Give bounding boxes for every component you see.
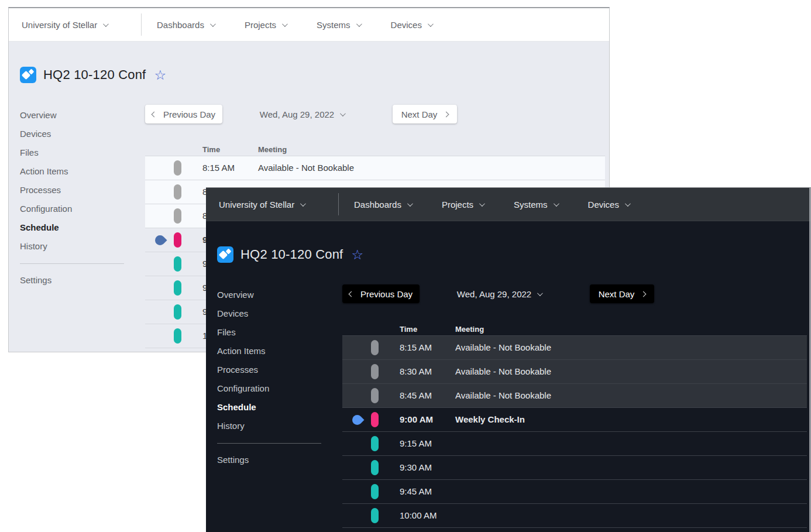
nav-menu-item-label: Dashboards xyxy=(157,20,204,30)
sidebar-item[interactable]: Devices xyxy=(20,125,132,143)
sidebar-item[interactable]: Schedule xyxy=(20,218,132,237)
org-menu[interactable]: University of Stellar xyxy=(9,20,141,30)
schedule-row[interactable]: 10:00 AM xyxy=(342,504,807,528)
room-app-icon xyxy=(20,67,36,83)
chevron-down-icon xyxy=(103,21,109,27)
schedule-row[interactable]: 9:15 AM xyxy=(342,432,807,456)
nav-menu-item[interactable]: Systems xyxy=(317,20,360,30)
nav-menu-item-label: Dashboards xyxy=(354,200,401,210)
date-dropdown[interactable]: Wed, Aug 29, 2022 xyxy=(455,289,543,299)
org-menu[interactable]: University of Stellar xyxy=(206,200,338,210)
window-dark: University of Stellar Dashboards Project… xyxy=(206,187,811,532)
availability-pill-icon xyxy=(174,232,181,248)
sidebar-item[interactable]: Overview xyxy=(217,286,329,304)
sidebar-item[interactable]: Processes xyxy=(217,361,329,379)
row-time: 8:15 AM xyxy=(202,156,235,180)
row-time: 8:45 AM xyxy=(400,384,432,407)
availability-pill-icon xyxy=(371,412,379,427)
schedule-row[interactable]: 8:45 AM Available - Not Bookable xyxy=(342,384,807,408)
sidebar-item[interactable]: Action Items xyxy=(20,162,132,181)
nav-menu-list: Dashboards Projects Systems Devices xyxy=(354,200,659,210)
schedule-table-header: Time Meeting xyxy=(342,325,807,335)
nav-menu-item[interactable]: Devices xyxy=(588,200,629,210)
column-header-time: Time xyxy=(400,325,417,334)
column-header-meeting: Meeting xyxy=(455,325,484,334)
favorite-star-icon[interactable]: ☆ xyxy=(154,68,166,82)
availability-pill-icon xyxy=(174,160,181,176)
sidebar-item[interactable]: Schedule xyxy=(217,398,329,417)
schedule-row[interactable]: 9:45 AM xyxy=(342,480,807,504)
availability-pill-icon xyxy=(174,208,181,224)
chevron-right-icon xyxy=(641,291,647,297)
sidebar-item[interactable]: Processes xyxy=(20,181,132,200)
nav-menu-item-label: Devices xyxy=(391,20,422,30)
sidebar-item[interactable]: Files xyxy=(217,323,329,342)
nav-menu-item[interactable]: Dashboards xyxy=(354,200,411,210)
nav-menu-list: Dashboards Projects Systems Devices xyxy=(157,20,462,30)
schedule-row[interactable]: 8:15 AM Available - Not Bookable xyxy=(342,336,807,360)
sidebar-item[interactable]: Settings xyxy=(217,451,329,469)
chevron-down-icon xyxy=(537,290,543,296)
nav-menu-item-label: Projects xyxy=(245,20,276,30)
schedule-row[interactable]: 9:30 AM xyxy=(342,456,807,480)
next-day-button[interactable]: Next Day xyxy=(393,105,457,123)
sidebar-footer-list: Settings xyxy=(217,451,329,469)
row-meeting: Available - Not Bookable xyxy=(258,156,354,180)
chevron-left-icon xyxy=(151,111,157,117)
current-meeting-indicator-icon xyxy=(350,413,364,427)
chevron-left-icon xyxy=(348,291,354,297)
availability-pill-icon xyxy=(174,184,181,200)
schedule-table-header: Time Meeting xyxy=(145,145,605,156)
schedule-row[interactable]: 8:30 AM Available - Not Bookable xyxy=(342,360,807,384)
chevron-down-icon xyxy=(479,201,485,207)
sidebar-item[interactable]: Action Items xyxy=(217,342,329,361)
sidebar-item[interactable]: History xyxy=(20,237,132,256)
sidebar-item[interactable]: Configuration xyxy=(217,379,329,398)
room-app-icon xyxy=(217,246,233,263)
page-title: HQ2 10-120 Conf xyxy=(43,67,146,83)
sidebar-item[interactable]: Devices xyxy=(217,304,329,323)
previous-day-button[interactable]: Previous Day xyxy=(145,105,222,123)
schedule-row[interactable]: 9:00 AM Weekly Check-In xyxy=(342,408,807,432)
schedule-row[interactable]: 8:15 AM Available - Not Bookable xyxy=(145,156,605,180)
sidebar-footer-list: Settings xyxy=(20,271,132,290)
sidebar-item[interactable]: Files xyxy=(20,143,132,162)
sidebar-item[interactable]: Configuration xyxy=(20,200,132,218)
availability-pill-icon xyxy=(371,388,379,403)
row-time: 9:45 AM xyxy=(400,480,432,503)
row-time: 9:00 AM xyxy=(400,408,433,431)
sidebar-item[interactable]: History xyxy=(217,417,329,435)
availability-pill-icon xyxy=(371,484,379,499)
availability-pill-icon xyxy=(371,508,379,523)
nav-bar: University of Stellar Dashboards Project… xyxy=(206,188,811,221)
nav-menu-item[interactable]: Devices xyxy=(391,20,432,30)
date-label: Wed, Aug 29, 2022 xyxy=(457,289,531,299)
row-time: 9:15 AM xyxy=(400,432,432,455)
nav-menu-item-label: Systems xyxy=(317,20,350,30)
sidebar: Overview Devices Files Action Items Proc… xyxy=(217,286,329,469)
nav-divider xyxy=(338,193,339,215)
nav-menu-item-label: Devices xyxy=(588,200,619,210)
previous-day-label: Previous Day xyxy=(163,109,215,119)
chevron-down-icon xyxy=(407,201,413,207)
previous-day-button[interactable]: Previous Day xyxy=(342,284,420,303)
row-meeting: Available - Not Bookable xyxy=(455,384,551,407)
next-day-button[interactable]: Next Day xyxy=(590,284,654,303)
row-time: 9:30 AM xyxy=(400,456,432,479)
chevron-down-icon xyxy=(554,201,559,207)
org-menu-label: University of Stellar xyxy=(219,200,294,210)
chevron-down-icon xyxy=(356,21,362,27)
page-title: HQ2 10-120 Conf xyxy=(240,247,343,262)
row-meeting: Available - Not Bookable xyxy=(455,360,551,383)
nav-menu-item[interactable]: Projects xyxy=(245,20,286,30)
favorite-star-icon[interactable]: ☆ xyxy=(351,248,363,262)
date-dropdown[interactable]: Wed, Aug 29, 2022 xyxy=(258,109,346,119)
page-header: HQ2 10-120 Conf ☆ xyxy=(20,67,166,83)
nav-menu-item[interactable]: Dashboards xyxy=(157,20,214,30)
nav-menu-item[interactable]: Systems xyxy=(514,200,558,210)
chevron-down-icon xyxy=(210,21,216,27)
sidebar-item[interactable]: Settings xyxy=(20,271,132,290)
nav-menu-item[interactable]: Projects xyxy=(442,200,483,210)
sidebar-item[interactable]: Overview xyxy=(20,106,132,125)
day-toolbar: Previous Day Wed, Aug 29, 2022 Next Day xyxy=(342,284,807,303)
